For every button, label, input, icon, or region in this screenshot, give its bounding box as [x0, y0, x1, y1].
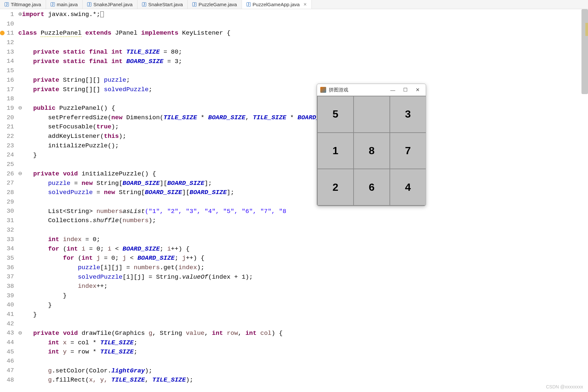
tab-label: SnakeStart.java	[148, 2, 183, 7]
vertical-scrollbar[interactable]	[581, 9, 588, 94]
code-editor[interactable]: ⊕import javax.swing.*; class PuzzlePanel…	[16, 9, 588, 392]
puzzle-tile[interactable]: 6	[354, 169, 389, 205]
line-number: 32	[0, 225, 14, 235]
puzzle-tile[interactable]: 4	[390, 169, 426, 205]
line-number: 48	[0, 375, 14, 385]
line-number: 31	[0, 216, 14, 225]
line-number: 25	[0, 160, 14, 169]
line-number: 42	[0, 319, 14, 329]
tab-label: SnakeJPanel.java	[93, 2, 133, 7]
tab-label: main.java	[57, 2, 78, 7]
line-number: 11	[0, 28, 14, 38]
line-number: 13	[0, 47, 14, 57]
maximize-button[interactable]: ☐	[400, 87, 410, 93]
line-number: 44	[0, 338, 14, 347]
cursor	[100, 11, 104, 17]
close-icon[interactable]: ✕	[303, 2, 307, 7]
line-number: 14	[0, 57, 14, 66]
watermark: CSDN @xxxxxxxx	[546, 384, 583, 389]
line-number: 46	[0, 356, 14, 366]
puzzle-game-window[interactable]: 拼图游戏 — ☐ ✕ 5 3 1 8 7 2 6 4	[317, 84, 426, 206]
java-icon: J	[5, 2, 9, 7]
line-number: 24	[0, 150, 14, 160]
tab-puzzlegame[interactable]: JPuzzleGame.java	[188, 0, 242, 9]
line-number: 36	[0, 263, 14, 272]
tab-snakejpanel[interactable]: JSnakeJPanel.java	[83, 0, 137, 9]
line-number: 22	[0, 132, 14, 141]
tab-tiltimage[interactable]: JTiltImage.java	[0, 0, 46, 9]
java-icon: J	[192, 2, 197, 7]
line-number: 20	[0, 113, 14, 122]
tab-bar: JTiltImage.java Jmain.java JSnakeJPanel.…	[0, 0, 588, 9]
fold-icon[interactable]: ⊖	[18, 170, 22, 177]
overview-marker	[585, 23, 588, 36]
window-titlebar[interactable]: 拼图游戏 — ☐ ✕	[317, 84, 426, 96]
puzzle-tile[interactable]: 7	[390, 133, 426, 169]
line-number: 27	[0, 178, 14, 188]
java-icon: J	[51, 2, 55, 7]
line-number: 23	[0, 141, 14, 151]
line-number: 30	[0, 206, 14, 216]
line-number: 26	[0, 169, 14, 179]
puzzle-tile[interactable]: 5	[318, 96, 353, 132]
editor-area: 1 10 11 12 13 14 15 16 17 18 19 20 21 22…	[0, 9, 588, 392]
line-number: 21	[0, 122, 14, 132]
java-logo-icon	[320, 87, 326, 93]
line-number: 28	[0, 188, 14, 197]
line-number: 34	[0, 244, 14, 253]
line-number: 33	[0, 235, 14, 244]
line-number: 15	[0, 66, 14, 75]
fold-icon[interactable]: ⊕	[18, 11, 22, 18]
line-gutter: 1 10 11 12 13 14 15 16 17 18 19 20 21 22…	[0, 9, 16, 392]
tab-puzzelgameapp[interactable]: JPuzzelGameApp.java✕	[242, 0, 312, 9]
line-number: 38	[0, 282, 14, 291]
java-icon: J	[246, 2, 251, 7]
line-number: 37	[0, 272, 14, 282]
line-number: 35	[0, 253, 14, 263]
line-number: 45	[0, 347, 14, 357]
tab-label: TiltImage.java	[11, 2, 41, 7]
tab-snakestart[interactable]: JSnakeStart.java	[137, 0, 188, 9]
line-number: 29	[0, 197, 14, 207]
puzzle-tile[interactable]: 2	[318, 169, 353, 205]
line-number: 16	[0, 75, 14, 85]
line-number: 19	[0, 104, 14, 113]
line-number: 17	[0, 85, 14, 94]
line-number: 39	[0, 291, 14, 301]
puzzle-tile[interactable]: 1	[318, 133, 353, 169]
puzzle-tile[interactable]: 8	[354, 133, 389, 169]
line-number: 10	[0, 19, 14, 29]
close-button[interactable]: ✕	[413, 87, 422, 93]
line-number: 43	[0, 328, 14, 338]
puzzle-tile[interactable]: 3	[390, 96, 426, 132]
minimize-button[interactable]: —	[388, 87, 398, 93]
fold-icon[interactable]: ⊖	[18, 330, 22, 337]
tab-main[interactable]: Jmain.java	[46, 0, 83, 9]
line-number: 41	[0, 310, 14, 319]
line-number: 18	[0, 94, 14, 104]
java-icon: J	[142, 2, 146, 7]
tab-label: PuzzleGame.java	[199, 2, 237, 7]
puzzle-tile-empty[interactable]	[354, 96, 389, 132]
fold-icon[interactable]: ⊖	[18, 105, 22, 112]
puzzle-grid: 5 3 1 8 7 2 6 4	[317, 96, 426, 206]
line-number: 12	[0, 38, 14, 47]
line-number: 47	[0, 366, 14, 375]
window-title: 拼图游戏	[329, 87, 348, 93]
java-icon: J	[87, 2, 91, 7]
line-number: 40	[0, 300, 14, 310]
line-number: 1	[0, 10, 14, 19]
tab-label: PuzzelGameApp.java	[253, 2, 300, 7]
